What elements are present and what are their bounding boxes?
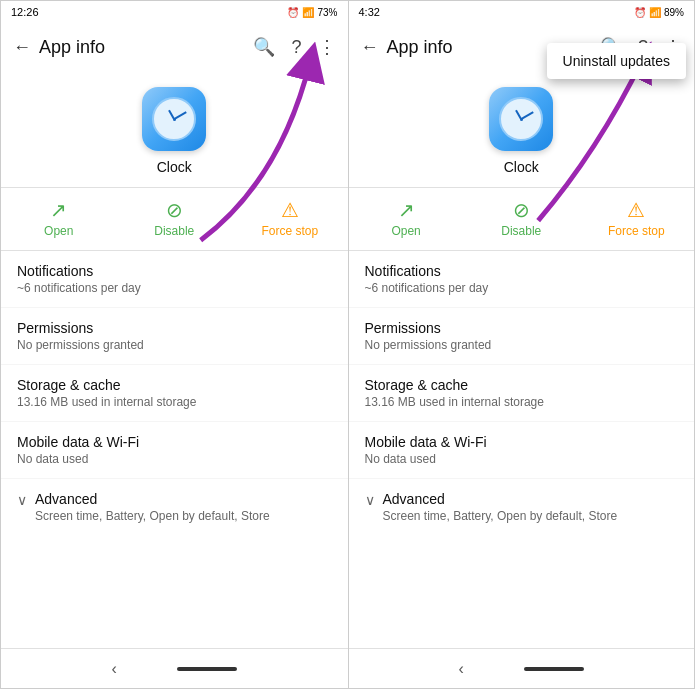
app-header-2: Clock [349,71,695,187]
storage-title-1: Storage & cache [17,377,332,393]
action-buttons-1: ↗ Open ⊘ Disable ⚠ Force stop [1,188,348,250]
disable-label-1: Disable [154,224,194,238]
storage-title-2: Storage & cache [365,377,679,393]
advanced-text-2: Advanced Screen time, Battery, Open by d… [383,491,618,523]
permissions-sub-1: No permissions granted [17,338,332,352]
disable-icon-2: ⊘ [513,200,530,220]
storage-sub-2: 13.16 MB used in internal storage [365,395,679,409]
status-bar-2: 4:32 ⏰ 📶 89% [349,1,695,23]
storage-sub-1: 13.16 MB used in internal storage [17,395,332,409]
clock-center-2 [520,118,523,121]
mobile-data-title-1: Mobile data & Wi-Fi [17,434,332,450]
advanced-title-1: Advanced [35,491,270,507]
search-icon[interactable]: 🔍 [249,32,279,62]
action-buttons-2: ↗ Open ⊘ Disable ⚠ Force stop [349,188,695,250]
more-icon[interactable]: ⋮ [314,32,340,62]
advanced-title-2: Advanced [383,491,618,507]
mobile-data-sub-1: No data used [17,452,332,466]
storage-item-2[interactable]: Storage & cache 13.16 MB used in interna… [349,365,695,422]
status-bar-1: 12:26 ⏰ 📶 73% [1,1,348,23]
notifications-title-1: Notifications [17,263,332,279]
home-bar-1[interactable] [177,667,237,671]
screen1: 12:26 ⏰ 📶 73% ← App info 🔍 ? ⋮ [0,0,348,689]
app-header-1: Clock [1,71,348,187]
disable-label-2: Disable [501,224,541,238]
notifications-sub-2: ~6 notifications per day [365,281,679,295]
force-stop-label-1: Force stop [261,224,318,238]
mobile-data-sub-2: No data used [365,452,679,466]
notifications-item-1[interactable]: Notifications ~6 notifications per day [1,251,348,308]
home-bar-2[interactable] [524,667,584,671]
status-time-2: 4:32 [359,6,380,18]
screens-container: 12:26 ⏰ 📶 73% ← App info 🔍 ? ⋮ [0,0,695,689]
open-icon-2: ↗ [398,200,415,220]
minute-hand-1 [174,111,187,119]
app-icon-2 [489,87,553,151]
storage-item-1[interactable]: Storage & cache 13.16 MB used in interna… [1,365,348,422]
top-bar-1: ← App info 🔍 ? ⋮ [1,23,348,71]
status-bar-left-1: 12:26 [11,6,39,18]
battery-1: 73% [317,7,337,18]
notifications-sub-1: ~6 notifications per day [17,281,332,295]
app-icon-1 [142,87,206,151]
clock-center-1 [173,118,176,121]
app-name-1: Clock [157,159,192,175]
permissions-item-2[interactable]: Permissions No permissions granted [349,308,695,365]
back-nav-1[interactable]: ‹ [112,660,117,678]
mobile-data-item-2[interactable]: Mobile data & Wi-Fi No data used [349,422,695,479]
chevron-icon-1: ∨ [17,492,27,508]
battery-2: 89% [664,7,684,18]
advanced-sub-1: Screen time, Battery, Open by default, S… [35,509,270,523]
menu-list-1: Notifications ~6 notifications per day P… [1,251,348,648]
advanced-item-2[interactable]: ∨ Advanced Screen time, Battery, Open by… [349,479,695,535]
alarm-icon-2: ⏰ [634,7,646,18]
force-stop-button-2[interactable]: ⚠ Force stop [606,200,666,238]
open-button-1[interactable]: ↗ Open [29,200,89,238]
permissions-title-2: Permissions [365,320,679,336]
uninstall-tooltip[interactable]: Uninstall updates [547,43,686,79]
open-label-1: Open [44,224,73,238]
alarm-icon: ⏰ [287,7,299,18]
force-stop-icon-1: ⚠ [281,200,299,220]
mobile-data-title-2: Mobile data & Wi-Fi [365,434,679,450]
uninstall-label: Uninstall updates [563,53,670,69]
advanced-item-1[interactable]: ∨ Advanced Screen time, Battery, Open by… [1,479,348,535]
back-button-2[interactable]: ← [357,33,387,62]
bottom-nav-1: ‹ [1,648,348,688]
open-button-2[interactable]: ↗ Open [376,200,436,238]
mobile-data-item-1[interactable]: Mobile data & Wi-Fi No data used [1,422,348,479]
chevron-icon-2: ∨ [365,492,375,508]
back-button-1[interactable]: ← [9,33,39,62]
force-stop-button-1[interactable]: ⚠ Force stop [260,200,320,238]
notifications-item-2[interactable]: Notifications ~6 notifications per day [349,251,695,308]
permissions-title-1: Permissions [17,320,332,336]
clock-face-2 [499,97,543,141]
permissions-sub-2: No permissions granted [365,338,679,352]
screen2: 4:32 ⏰ 📶 89% ← App info 🔍 ? ⋮ Uninstall … [348,0,696,689]
menu-list-2: Notifications ~6 notifications per day P… [349,251,695,648]
status-time-1: 12:26 [11,6,39,18]
status-bar-right-2: ⏰ 📶 89% [634,7,684,18]
disable-icon-1: ⊘ [166,200,183,220]
status-bar-right-1: ⏰ 📶 73% [287,7,337,18]
app-name-2: Clock [504,159,539,175]
notifications-title-2: Notifications [365,263,679,279]
permissions-item-1[interactable]: Permissions No permissions granted [1,308,348,365]
signal-icon-2: 📶 [649,7,661,18]
status-bar-left-2: 4:32 [359,6,380,18]
force-stop-label-2: Force stop [608,224,665,238]
open-label-2: Open [391,224,420,238]
disable-button-2[interactable]: ⊘ Disable [491,200,551,238]
signal-icon: 📶 [302,7,314,18]
minute-hand-2 [521,111,534,119]
advanced-sub-2: Screen time, Battery, Open by default, S… [383,509,618,523]
disable-button-1[interactable]: ⊘ Disable [144,200,204,238]
back-nav-2[interactable]: ‹ [459,660,464,678]
bottom-nav-2: ‹ [349,648,695,688]
force-stop-icon-2: ⚠ [627,200,645,220]
page-title-1: App info [39,37,249,58]
open-icon-1: ↗ [50,200,67,220]
help-icon[interactable]: ? [287,33,305,62]
clock-face-1 [152,97,196,141]
advanced-text-1: Advanced Screen time, Battery, Open by d… [35,491,270,523]
